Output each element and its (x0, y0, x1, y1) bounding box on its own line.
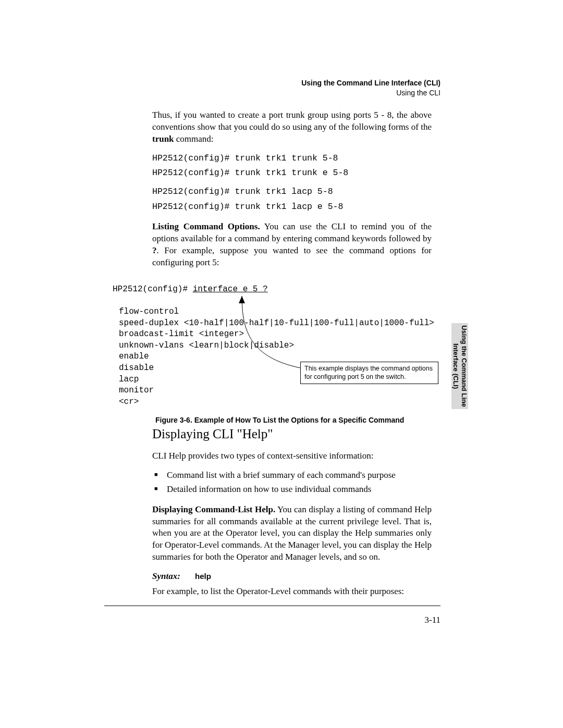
page-number: 3-11 (424, 615, 440, 625)
displaying-command-list-help: Displaying Command-List Help. You can di… (152, 504, 432, 564)
figure-caption: Figure 3-6. Example of How To List the O… (155, 416, 446, 424)
figure-options-list: flow-control speed-duplex <10-half|100-h… (119, 306, 446, 408)
side-tab-line1: Using the Command Line (460, 325, 468, 407)
cmd-example-3: HP2512(config)# trunk trk1 lacp 5-8 (152, 186, 432, 198)
list-item: Detailed information on how to use indiv… (152, 484, 432, 496)
listing-options-paragraph: Listing Command Options. You can use the… (152, 221, 432, 269)
section-heading: Displaying CLI "Help" (152, 425, 432, 443)
header-title: Using the Command Line Interface (CLI) (301, 78, 440, 88)
help-bullet-list: Command list with a brief summary of eac… (152, 470, 432, 496)
footer-rule (104, 606, 440, 606)
cli-prompt: HP2512(config)# (113, 285, 193, 294)
cli-input-underlined: interface e 5 ? (193, 285, 268, 294)
body-column-upper: Thus, if you wanted to create a port tru… (152, 109, 432, 276)
syntax-label: Syntax: (152, 571, 180, 581)
help-intro: CLI Help provides two types of context-s… (152, 450, 432, 462)
figure-callout-box: This example displays the command option… (300, 362, 438, 384)
chapter-side-tab: Using the Command Line Interface (CLI) (451, 323, 468, 409)
syntax-command: help (195, 572, 211, 581)
figure-3-6: HP2512(config)# interface e 5 ? flow-con… (113, 285, 446, 424)
body-column-lower: Displaying CLI "Help" CLI Help provides … (152, 425, 432, 605)
list-item: Command list with a brief summary of eac… (152, 470, 432, 482)
cmd-example-1: HP2512(config)# trunk trk1 trunk 5-8 (152, 153, 432, 164)
page-header: Using the Command Line Interface (CLI) U… (301, 78, 440, 98)
header-subtitle: Using the CLI (301, 88, 440, 98)
cmd-example-2: HP2512(config)# trunk trk1 trunk e 5-8 (152, 167, 432, 179)
syntax-row: Syntax: help (152, 571, 432, 583)
figure-prompt-line: HP2512(config)# interface e 5 ? (113, 285, 446, 294)
cmd-example-4: HP2512(config)# trunk trk1 lacp e 5-8 (152, 201, 432, 213)
intro-paragraph: Thus, if you wanted to create a port tru… (152, 109, 432, 145)
page: Using the Command Line Interface (CLI) U… (0, 0, 563, 728)
syntax-followup: For example, to list the Operator-Level … (152, 586, 432, 598)
side-tab-line2: Interface (CLI) (452, 343, 460, 389)
